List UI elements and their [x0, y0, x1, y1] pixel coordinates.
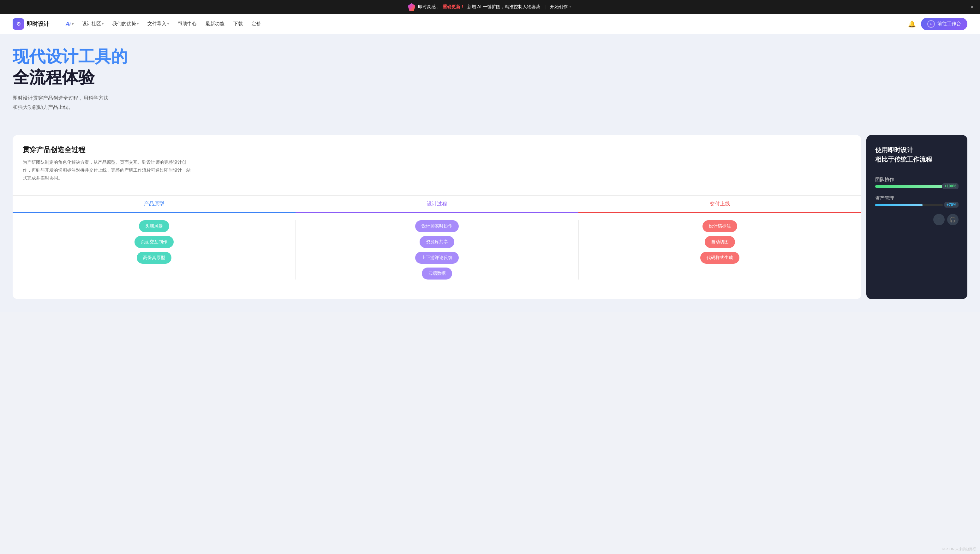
chevron-down-icon: ▾ — [168, 22, 169, 25]
wf-col-design: 设计师实时协作 资源库共享 上下游评论反馈 云端数据 — [295, 220, 578, 280]
nav-item-community[interactable]: 设计社区 ▾ — [78, 18, 107, 29]
logo-icon: ⊙ — [13, 18, 24, 30]
goto-btn-label: 前往工作台 — [937, 21, 961, 27]
nav-item-latest-label: 最新功能 — [206, 21, 225, 27]
hero-title-line2: 全流程体验 — [13, 67, 967, 87]
hero-desc: 即时设计贯穿产品创造全过程，用科学方法 和强大功能助力产品上线。 — [13, 94, 145, 112]
main-card: 贯穿产品创造全过程 为产研团队制定的角色化解决方案，从产品原型、页面交互、到设计… — [13, 135, 861, 299]
nav-item-help[interactable]: 帮助中心 — [174, 18, 201, 29]
upload-icon[interactable]: ↑ — [933, 214, 945, 225]
announce-body: 新增 AI 一键扩图，精准控制人物姿势 — [467, 4, 540, 10]
announce-divider: | — [544, 5, 546, 10]
nav-item-pricing-label: 定价 — [252, 21, 261, 27]
nav-item-ai-label: Ai — [65, 21, 71, 27]
announce-bar: 即时灵感， 重磅更新！ 新增 AI 一键扩图，精准控制人物姿势 | 开始创作→ … — [0, 0, 980, 14]
navbar-right: 🔔 ⊙ 前往工作台 — [908, 18, 967, 30]
stat-asset-mgmt-label: 资产管理 — [875, 195, 959, 201]
panel-bottom-icons: ↑ 🎧 — [875, 214, 959, 225]
nav-item-import[interactable]: 文件导入 ▾ — [144, 18, 173, 29]
tag-realtime-collab[interactable]: 设计师实时协作 — [415, 220, 459, 232]
hero-section: 现代设计工具的 全流程体验 即时设计贯穿产品创造全过程，用科学方法 和强大功能助… — [0, 34, 980, 129]
announce-close[interactable]: × — [970, 4, 974, 10]
chevron-down-icon: ▾ — [102, 22, 104, 25]
tab-product-prototype[interactable]: 产品原型 — [13, 196, 295, 212]
bell-icon[interactable]: 🔔 — [908, 20, 916, 28]
avatar-icon: ⊙ — [927, 20, 935, 28]
stat-asset-mgmt-bar-wrap — [875, 204, 943, 206]
headphone-icon[interactable]: 🎧 — [947, 214, 959, 225]
tab-design-process[interactable]: 设计过程 — [295, 196, 578, 212]
tag-cloud-data[interactable]: 云端数据 — [422, 267, 452, 280]
workflow-tabs: 产品原型 设计过程 交付上线 — [13, 195, 861, 212]
tag-brainstorm[interactable]: 头脑风暴 — [139, 220, 169, 232]
stat-team-collab-bar-wrap — [875, 185, 943, 188]
goto-workbench-button[interactable]: ⊙ 前往工作台 — [921, 18, 967, 30]
nav-items: Ai ▾ 设计社区 ▾ 我们的优势 ▾ 文件导入 ▾ 帮助中心 — [62, 18, 265, 29]
tag-auto-slice[interactable]: 自动切图 — [705, 236, 735, 248]
tab-delivery[interactable]: 交付上线 — [578, 196, 861, 212]
chevron-down-icon: ▾ — [72, 22, 73, 25]
stat-asset-mgmt-bar — [875, 204, 923, 206]
card-desc: 为产研团队制定的角色化解决方案，从产品原型、页面交互、到设计师的完整设计创作，再… — [23, 158, 193, 182]
hero-desc-line2: 和强大功能助力产品上线。 — [13, 104, 73, 110]
tag-feedback[interactable]: 上下游评论反馈 — [415, 252, 459, 264]
tag-resource-sharing[interactable]: 资源库共享 — [420, 236, 454, 248]
nav-item-advantages-label: 我们的优势 — [112, 21, 136, 27]
right-panel-title: 使用即时设计相比于传统工作流程 — [875, 145, 959, 164]
nav-item-community-label: 设计社区 — [82, 21, 101, 27]
tag-interaction[interactable]: 页面交互制作 — [134, 236, 174, 248]
workflow-content: 头脑风暴 页面交互制作 高保真原型 设计师实时协作 资源库共享 上下游评论反馈 … — [13, 212, 861, 287]
stat-team-collab-badge: +100% — [942, 183, 959, 189]
stat-asset-mgmt-badge: +70% — [944, 202, 959, 208]
chevron-down-icon: ▾ — [137, 22, 139, 25]
card-title: 贯穿产品创造全过程 — [23, 145, 851, 154]
nav-item-download[interactable]: 下载 — [230, 18, 247, 29]
logo-text: 即时设计 — [27, 20, 49, 28]
content-area: 贯穿产品创造全过程 为产研团队制定的角色化解决方案，从产品原型、页面交互、到设计… — [0, 129, 980, 312]
stat-asset-mgmt: 资产管理 +70% — [875, 195, 959, 206]
tag-code-gen[interactable]: 代码样式生成 — [700, 252, 739, 264]
nav-item-download-label: 下载 — [233, 21, 243, 27]
stat-team-collab-label: 团队协作 — [875, 177, 959, 183]
announce-highlight: 重磅更新！ — [443, 4, 465, 10]
tag-annotation[interactable]: 设计稿标注 — [702, 220, 737, 232]
wf-col-prototype: 头脑风暴 页面交互制作 高保真原型 — [13, 220, 295, 280]
tag-hifi[interactable]: 高保真原型 — [137, 252, 171, 264]
stat-team-collab-bar — [875, 185, 943, 188]
nav-item-import-label: 文件导入 — [147, 21, 166, 27]
navbar-left: ⊙ 即时设计 Ai ▾ 设计社区 ▾ 我们的优势 ▾ 文件导入 ▾ — [13, 18, 265, 30]
hero-desc-line1: 即时设计贯穿产品创造全过程，用科学方法 — [13, 95, 109, 101]
wf-col-delivery: 设计稿标注 自动切图 代码样式生成 — [579, 220, 861, 280]
nav-item-latest[interactable]: 最新功能 — [202, 18, 228, 29]
nav-item-pricing[interactable]: 定价 — [248, 18, 265, 29]
announce-cta[interactable]: 开始创作→ — [550, 4, 572, 10]
hero-title-line1: 现代设计工具的 — [13, 47, 967, 66]
nav-item-ai[interactable]: Ai ▾ — [62, 19, 77, 29]
stat-team-collab: 团队协作 +100% — [875, 177, 959, 188]
logo[interactable]: ⊙ 即时设计 — [13, 18, 49, 30]
nav-item-help-label: 帮助中心 — [178, 21, 197, 27]
announce-text-prefix: 即时灵感， — [418, 4, 440, 10]
right-panel: 使用即时设计相比于传统工作流程 团队协作 +100% 资产管理 +70% — [866, 135, 967, 299]
gem-icon — [408, 3, 415, 11]
navbar: ⊙ 即时设计 Ai ▾ 设计社区 ▾ 我们的优势 ▾ 文件导入 ▾ — [0, 14, 980, 34]
card-header: 贯穿产品创造全过程 为产研团队制定的角色化解决方案，从产品原型、页面交互、到设计… — [13, 135, 861, 189]
nav-item-advantages[interactable]: 我们的优势 ▾ — [109, 18, 142, 29]
